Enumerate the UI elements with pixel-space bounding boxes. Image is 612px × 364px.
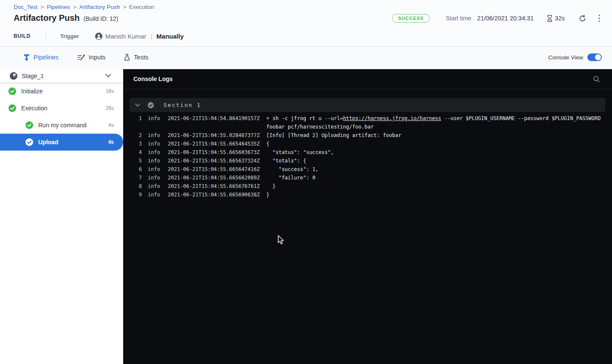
log-row: 1info2021-06-21T15:04:54.864190157Z+ sh … — [133, 114, 605, 131]
tab-tests[interactable]: Tests — [124, 54, 148, 61]
log-line-number: 7 — [133, 174, 142, 182]
refresh-button[interactable] — [577, 13, 588, 24]
log-message: { — [266, 140, 605, 148]
status-badge: SUCCESS — [392, 14, 429, 22]
breadcrumb-current: Execution — [129, 4, 154, 10]
section-status-check-icon — [147, 102, 154, 109]
more-options-button[interactable] — [597, 13, 602, 24]
check-circle-icon — [8, 104, 16, 112]
log-timestamp: 2021-06-21T15:04:55.665676761Z — [168, 182, 260, 190]
log-message: "failure": 0 — [266, 174, 605, 182]
log-row: 6info2021-06-21T15:04:55.665647416Z "suc… — [133, 165, 605, 174]
pipelines-icon — [23, 54, 30, 61]
log-message: "success": 1, — [266, 165, 605, 174]
log-row: 4info2021-06-21T15:04:55.665603673Z "sta… — [133, 148, 605, 157]
build-info-bar: BUILD Trigger Manish Kumar | Manually — [14, 30, 184, 42]
execution-meta: SUCCESS Start time 21/06/2021 20:34:31 3… — [392, 13, 602, 23]
breadcrumb-link-project[interactable]: Doc_Test — [14, 4, 37, 10]
console-title: Console Logs — [133, 76, 173, 82]
tab-bar: Pipelines Inputs Tests Console View — [0, 47, 612, 67]
console-view-toggle[interactable] — [587, 53, 602, 61]
log-level: info — [148, 148, 161, 157]
log-timestamp: 2021-06-21T15:04:55.028467377Z — [168, 131, 260, 140]
log-row: 7info2021-06-21T15:04:55.665662089Z "fai… — [133, 174, 605, 182]
build-label: BUILD — [14, 33, 31, 39]
log-line-number: 6 — [133, 165, 142, 174]
log-level: info — [148, 114, 161, 123]
breadcrumb-link-pipeline-name[interactable]: Artifactory Push — [79, 4, 120, 10]
trigger-user-name[interactable]: Manish Kumar — [105, 33, 147, 40]
start-time-value: 21/06/2021 20:34:31 — [477, 15, 534, 22]
step-duration: 4s — [108, 139, 114, 145]
log-line-number: 4 — [133, 148, 142, 157]
log-timestamp: 2021-06-21T15:04:55.665637324Z — [168, 157, 260, 165]
log-timestamp: 2021-06-21T15:04:55.665647416Z — [168, 165, 260, 174]
hourglass-icon — [547, 15, 553, 22]
log-level: info — [148, 190, 161, 199]
step-upload[interactable]: Upload4s — [0, 134, 123, 151]
tab-label: Inputs — [89, 54, 106, 61]
console-view-label: Console View — [548, 54, 583, 61]
pipe-separator: | — [150, 33, 152, 40]
breadcrumb-link-pipelines[interactable]: Pipelines — [47, 4, 70, 10]
stage-icon — [9, 72, 18, 80]
start-time-label: Start time — [446, 15, 471, 22]
step-execution[interactable]: Execution26s — [0, 100, 123, 117]
title-row: Artifactory Push (Build ID: 12) — [14, 13, 118, 23]
step-label: Execution — [21, 105, 47, 112]
tab-pipelines[interactable]: Pipelines — [23, 54, 59, 61]
step-label: Initialize — [21, 88, 43, 95]
page-header: Doc_Test > Pipelines > Artifactory Push … — [0, 0, 612, 47]
breadcrumb-separator: > — [73, 4, 76, 10]
tab-inputs[interactable]: Inputs — [77, 54, 106, 61]
log-message: } — [266, 182, 605, 190]
log-row: 5info2021-06-21T15:04:55.665637324Z "tot… — [133, 157, 605, 165]
log-timestamp: 2021-06-21T15:04:55.665662089Z — [168, 174, 260, 182]
trigger-type: Manually — [156, 33, 183, 40]
log-level: info — [148, 174, 161, 182]
step-run-my-command[interactable]: Run my command4s — [0, 117, 123, 134]
tab-label: Tests — [134, 54, 148, 61]
log-timestamp: 2021-06-21T15:04:55.665464535Z — [168, 140, 260, 148]
section-label: Section 1 — [164, 102, 201, 108]
log-level: info — [148, 131, 161, 140]
execution-sidebar: Stage_1 Initialize16sExecution26sRun my … — [0, 69, 123, 364]
console-header: Console Logs — [123, 69, 612, 89]
step-label: Run my command — [38, 122, 87, 129]
log-timestamp: 2021-06-21T15:04:54.864190157Z — [168, 114, 260, 123]
breadcrumb: Doc_Test > Pipelines > Artifactory Push … — [14, 4, 154, 10]
log-row: 8info2021-06-21T15:04:55.665676761Z } — [133, 182, 605, 190]
console-panel: Console Logs Section 1 1info2021-06-21T1… — [123, 69, 612, 364]
log-message: [Info] [Thread 2] Uploading artifact: fo… — [266, 131, 605, 140]
log-row: 9info2021-06-21T15:04:55.665690638Z} — [133, 190, 605, 199]
log-message: "totals": { — [266, 157, 605, 165]
log-section-header[interactable]: Section 1 — [130, 98, 605, 112]
chevron-down-icon — [135, 104, 140, 107]
log-message: } — [266, 190, 605, 199]
breadcrumb-separator: > — [123, 4, 126, 10]
vertical-divider — [46, 30, 46, 42]
search-icon[interactable] — [591, 74, 602, 84]
step-duration: 16s — [106, 88, 114, 94]
step-initialize[interactable]: Initialize16s — [0, 83, 123, 100]
log-timestamp: 2021-06-21T15:04:55.665690638Z — [168, 190, 260, 199]
log-line-number: 1 — [133, 114, 142, 123]
page-title: Artifactory Push — [14, 13, 80, 23]
log-lines: 1info2021-06-21T15:04:54.864190157Z+ sh … — [123, 112, 612, 199]
log-level: info — [148, 140, 161, 148]
log-line-number: 5 — [133, 157, 142, 165]
steps-list: Initialize16sExecution26sRun my command4… — [0, 82, 123, 151]
tests-flask-icon — [124, 54, 130, 61]
user-avatar-icon — [95, 33, 102, 40]
stage-selector[interactable]: Stage_1 — [0, 69, 123, 82]
chevron-down-icon — [105, 74, 111, 78]
log-timestamp: 2021-06-21T15:04:55.665603673Z — [168, 148, 260, 157]
inputs-icon — [77, 54, 85, 61]
check-circle-icon — [25, 121, 33, 129]
log-row: 2info2021-06-21T15:04:55.028467377Z[Info… — [133, 131, 605, 140]
stage-name: Stage_1 — [22, 73, 44, 79]
log-line-number: 3 — [133, 140, 142, 148]
log-url-link[interactable]: https://harness.jfrog.io/harness — [343, 115, 441, 121]
step-duration: 26s — [106, 105, 114, 111]
log-level: info — [148, 182, 161, 190]
